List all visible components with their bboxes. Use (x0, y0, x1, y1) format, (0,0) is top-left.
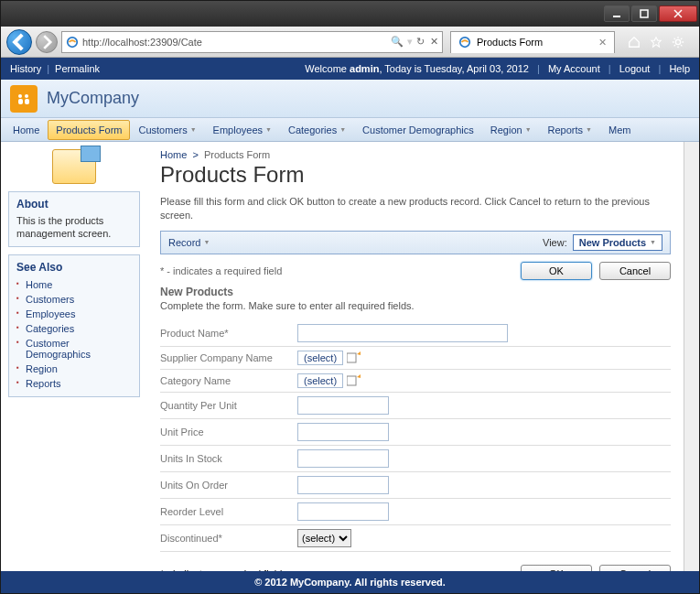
logo-icon (10, 85, 38, 113)
chevron-down-icon: ▼ (586, 126, 592, 133)
close-button[interactable] (659, 5, 697, 22)
brand-name: MyCompany (47, 89, 139, 108)
maximize-button[interactable] (631, 5, 657, 22)
menu-employees[interactable]: Employees▼ (205, 120, 280, 140)
label-category: Category Name (160, 375, 297, 386)
required-hint: * - indicates a required field (160, 265, 282, 276)
label-price: Unit Price (160, 427, 297, 437)
svg-point-6 (675, 39, 680, 44)
svg-rect-1 (641, 10, 648, 17)
menu-customer-demographics[interactable]: Customer Demographics (354, 120, 482, 140)
view-selector[interactable]: New Products▼ (573, 234, 662, 251)
chevron-down-icon: ▼ (650, 239, 656, 245)
forward-button[interactable] (36, 31, 58, 53)
input-qty[interactable] (297, 396, 389, 415)
welcome-text: Welcome admin, Today is Tuesday, April 0… (305, 63, 529, 74)
lookup-icon[interactable] (347, 351, 361, 364)
refresh-icon[interactable]: ↻ (416, 36, 425, 48)
permalink-link[interactable]: Permalink (55, 63, 100, 74)
page-intro: Please fill this form and click OK butto… (160, 195, 671, 223)
menu-customers[interactable]: Customers▼ (130, 120, 204, 140)
svg-point-5 (460, 38, 470, 48)
input-order[interactable] (297, 476, 389, 494)
main-menu: Home Products Form Customers▼ Employees▼… (1, 118, 699, 142)
browser-tab[interactable]: Products Form ✕ (450, 31, 615, 53)
page-title: Products Form (160, 162, 671, 188)
cancel-button[interactable]: Cancel (599, 565, 671, 571)
home-icon[interactable] (628, 36, 641, 49)
section-title: New Products (160, 286, 671, 298)
favorites-icon[interactable] (650, 36, 662, 49)
sidebar-link-customer-demographics[interactable]: Customer Demographics (26, 338, 91, 360)
help-link[interactable]: Help (669, 63, 690, 74)
input-reorder[interactable] (297, 502, 389, 521)
ie-icon (66, 36, 79, 49)
input-stock[interactable] (297, 449, 389, 468)
label-order: Units On Order (160, 480, 297, 491)
label-qty: Quantity Per Unit (160, 400, 297, 411)
select-category[interactable]: (select) (297, 373, 343, 388)
logout-link[interactable]: Logout (619, 63, 651, 74)
breadcrumb-home[interactable]: Home (160, 149, 187, 160)
vertical-scrollbar[interactable] (684, 142, 699, 571)
select-supplier[interactable]: (select) (297, 351, 343, 365)
select-discontinued[interactable]: (select) (297, 529, 351, 547)
svg-rect-9 (18, 99, 23, 104)
svg-point-7 (18, 94, 22, 98)
sidebar-link-customers[interactable]: Customers (26, 294, 74, 305)
minimize-button[interactable] (604, 5, 630, 22)
menu-reports[interactable]: Reports▼ (540, 120, 600, 140)
menu-home[interactable]: Home (5, 120, 48, 140)
seealso-box: See Also Home Customers Employees Catego… (8, 254, 140, 397)
chevron-down-icon: ▼ (203, 239, 210, 245)
svg-rect-12 (347, 376, 356, 385)
chevron-down-icon: ▼ (190, 126, 197, 133)
ok-button[interactable]: OK (521, 565, 592, 571)
label-reorder: Reorder Level (160, 506, 297, 517)
svg-rect-11 (347, 353, 356, 362)
about-text: This is the products management screen. (16, 214, 132, 241)
sidebar: About This is the products management sc… (1, 142, 147, 571)
ie-icon (458, 36, 471, 49)
my-account-link[interactable]: My Account (548, 63, 600, 74)
menu-products-form[interactable]: Products Form (48, 120, 130, 140)
sidebar-link-reports[interactable]: Reports (26, 378, 61, 389)
address-bar[interactable]: 🔍 ▾ ↻ ✕ (61, 31, 443, 53)
required-hint: * - indicates a required field (160, 568, 282, 571)
sidebar-link-home[interactable]: Home (26, 279, 52, 290)
view-label: View: (543, 237, 567, 248)
app-topbar: History | Permalink Welcome admin, Today… (1, 58, 699, 80)
about-box: About This is the products management sc… (8, 191, 140, 247)
menu-categories[interactable]: Categories▼ (280, 120, 354, 140)
breadcrumb: Home > Products Form (160, 149, 671, 160)
search-icon[interactable]: 🔍 (391, 36, 404, 48)
back-button[interactable] (6, 29, 32, 55)
sidebar-link-region[interactable]: Region (26, 363, 58, 374)
menu-region[interactable]: Region▼ (482, 120, 540, 140)
breadcrumb-current: Products Form (204, 149, 270, 160)
brand-bar: MyCompany (1, 80, 699, 118)
seealso-title: See Also (16, 261, 132, 274)
menu-members[interactable]: Mem (600, 120, 639, 140)
tab-title: Products Form (477, 37, 543, 48)
ok-button[interactable]: OK (521, 262, 592, 280)
main-content: Home > Products Form Products Form Pleas… (147, 142, 684, 571)
label-supplier: Supplier Company Name (160, 352, 297, 363)
stop-icon[interactable]: ✕ (430, 36, 438, 48)
tab-close-icon[interactable]: ✕ (598, 37, 607, 49)
chevron-down-icon: ▼ (525, 126, 532, 133)
cancel-button[interactable]: Cancel (599, 262, 671, 280)
url-input[interactable] (82, 37, 387, 48)
gear-icon[interactable] (672, 36, 684, 49)
browser-navbar: 🔍 ▾ ↻ ✕ Products Form ✕ (1, 27, 699, 58)
lookup-icon[interactable] (347, 374, 361, 387)
history-link[interactable]: History (10, 63, 41, 74)
sidebar-link-categories[interactable]: Categories (26, 323, 74, 334)
window-titlebar (1, 1, 699, 27)
input-product-name[interactable] (297, 324, 508, 342)
input-price[interactable] (297, 423, 389, 441)
label-stock: Units In Stock (160, 453, 297, 464)
sidebar-link-employees[interactable]: Employees (26, 308, 75, 319)
sidebar-image (8, 149, 140, 184)
record-dropdown[interactable]: Record▼ (168, 237, 210, 248)
